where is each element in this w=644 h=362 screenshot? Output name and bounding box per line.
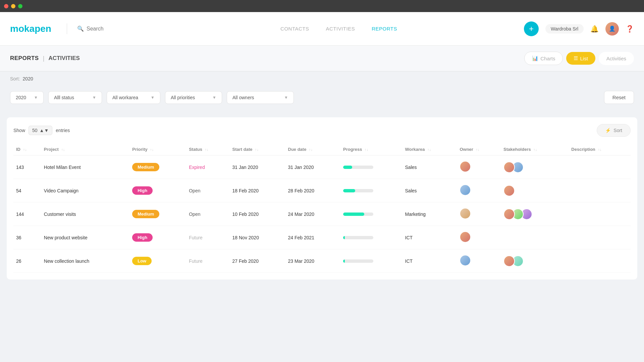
breadcrumb-bar: REPORTS | ACTIVITIES 📊 Charts ☰ List Act… (0, 46, 644, 71)
workarea-filter[interactable]: All workarea ▼ (107, 91, 160, 104)
col-project[interactable]: Project ↑↓ (41, 143, 129, 156)
owner-avatar (460, 184, 471, 196)
table-header-row: ID ↑↓ Project ↑↓ Priority ↑↓ Status ↑↓ S… (13, 143, 631, 156)
nav-links: CONTACTS ACTIVITIES REPORTS (160, 26, 517, 32)
close-button[interactable] (4, 4, 8, 8)
progress-bar-fill (343, 189, 355, 192)
cell-project: Hotel Milan Event (41, 156, 129, 179)
table-row[interactable]: 26 New collection launch Low Future 27 F… (13, 249, 631, 273)
cell-status: Expired (186, 156, 229, 179)
workarea-filter-value: All workarea (112, 95, 138, 100)
cell-start-date: 10 Feb 2020 (230, 202, 285, 226)
cell-due-date: 24 Mar 2020 (285, 202, 341, 226)
nav-activities[interactable]: ACTIVITIES (326, 26, 355, 32)
priority-badge: High (132, 233, 153, 242)
entries-label: entries (56, 128, 70, 133)
nav-contacts[interactable]: CONTACTS (280, 26, 309, 32)
stakeholder-avatar (503, 185, 515, 196)
show-entries: Show 50 ▲▼ entries (13, 126, 70, 135)
list-view-button[interactable]: ☰ List (566, 52, 595, 65)
nav-reports[interactable]: REPORTS (372, 26, 397, 32)
cell-stakeholders (501, 226, 569, 249)
breadcrumb-activities: ACTIVITIES (48, 55, 80, 62)
progress-bar-wrap (343, 236, 373, 239)
entries-select[interactable]: 50 ▲▼ (29, 126, 52, 135)
status-chevron-icon: ▼ (92, 95, 96, 100)
col-start-date[interactable]: Start date ↑↓ (230, 143, 285, 156)
progress-bar-wrap (343, 166, 373, 169)
cell-priority: Low (129, 249, 186, 273)
breadcrumb-reports: REPORTS (10, 55, 39, 62)
cell-project: New product website (41, 226, 129, 249)
table-row[interactable]: 143 Hotel Milan Event Medium Expired 31 … (13, 156, 631, 179)
stakeholder-group (503, 208, 566, 220)
cell-owner (457, 202, 501, 226)
cell-description (569, 156, 631, 179)
activities-table: ID ↑↓ Project ↑↓ Priority ↑↓ Status ↑↓ S… (13, 143, 631, 273)
cell-progress (340, 179, 402, 202)
company-name[interactable]: Wardroba Srl (545, 24, 584, 34)
progress-bar-fill (343, 259, 345, 263)
sort-button[interactable]: ⚡ Sort (597, 124, 631, 137)
workarea-chevron-icon: ▼ (151, 95, 155, 100)
cell-owner (457, 226, 501, 249)
progress-bar-wrap (343, 259, 373, 263)
owners-filter[interactable]: All owners ▼ (227, 91, 294, 104)
table-row[interactable]: 54 Video Campaign High Open 18 Feb 2020 … (13, 179, 631, 202)
activities-view-button[interactable]: Activities (599, 52, 634, 65)
cell-status: Future (186, 226, 229, 249)
progress-bar-wrap (343, 213, 373, 216)
table-toolbar: Show 50 ▲▼ entries ⚡ Sort (13, 124, 631, 137)
priorities-filter[interactable]: All priorities ▼ (165, 91, 222, 104)
status-filter[interactable]: Alll status ▼ (48, 91, 102, 104)
stakeholder-group (503, 255, 566, 267)
add-button[interactable]: + (524, 21, 539, 36)
status-text: Future (189, 258, 202, 264)
table-row[interactable]: 36 New product website High Future 18 No… (13, 226, 631, 249)
header-right: Wardroba Srl 🔔 👤 ❓ (545, 22, 634, 36)
charts-view-button[interactable]: 📊 Charts (524, 52, 563, 65)
priorities-chevron-icon: ▼ (212, 95, 216, 100)
cell-progress (340, 249, 402, 273)
status-text: Future (189, 235, 202, 240)
search-icon: 🔍 (77, 25, 84, 32)
col-owner[interactable]: Owner ↑↓ (457, 143, 501, 156)
priority-badge: Medium (132, 163, 159, 171)
col-description[interactable]: Description ↑↓ (569, 143, 631, 156)
cell-workarea: Marketing (402, 202, 457, 226)
col-due-date[interactable]: Due date ↑↓ (285, 143, 341, 156)
help-icon[interactable]: ❓ (626, 25, 634, 33)
owners-chevron-icon: ▼ (284, 95, 288, 100)
minimize-button[interactable] (11, 4, 15, 8)
search-bar[interactable]: 🔍 (77, 25, 140, 32)
cell-workarea: ICT (402, 226, 457, 249)
cell-priority: High (129, 179, 186, 202)
cell-description (569, 202, 631, 226)
year-filter[interactable]: 2020 ▼ (10, 91, 44, 104)
col-workarea[interactable]: Workarea ↑↓ (402, 143, 457, 156)
stakeholder-avatar (503, 255, 515, 267)
table-row[interactable]: 144 Customer visits Medium Open 10 Feb 2… (13, 202, 631, 226)
list-icon: ☰ (574, 55, 578, 61)
priority-badge: Low (132, 257, 152, 265)
search-input[interactable] (87, 26, 140, 32)
entries-chevron-icon: ▲▼ (40, 128, 49, 133)
notification-icon[interactable]: 🔔 (590, 25, 599, 33)
avatar[interactable]: 👤 (605, 22, 619, 36)
cell-due-date: 28 Feb 2020 (285, 179, 341, 202)
cell-id: 36 (13, 226, 41, 249)
reset-button[interactable]: Reset (604, 91, 634, 104)
col-status[interactable]: Status ↑↓ (186, 143, 229, 156)
filters-bar: 2020 ▼ Alll status ▼ All workarea ▼ All … (0, 86, 644, 112)
cell-priority: Medium (129, 156, 186, 179)
col-priority[interactable]: Priority ↑↓ (129, 143, 186, 156)
col-id[interactable]: ID ↑↓ (13, 143, 41, 156)
cell-id: 26 (13, 249, 41, 273)
col-stakeholders[interactable]: Stakeholders ↑↓ (501, 143, 569, 156)
col-progress[interactable]: Progress ↑↓ (340, 143, 402, 156)
entries-value: 50 (32, 128, 38, 133)
cell-start-date: 18 Nov 2020 (230, 226, 285, 249)
priority-badge: High (132, 186, 153, 195)
maximize-button[interactable] (18, 4, 22, 8)
view-buttons: 📊 Charts ☰ List Activities (524, 52, 634, 65)
